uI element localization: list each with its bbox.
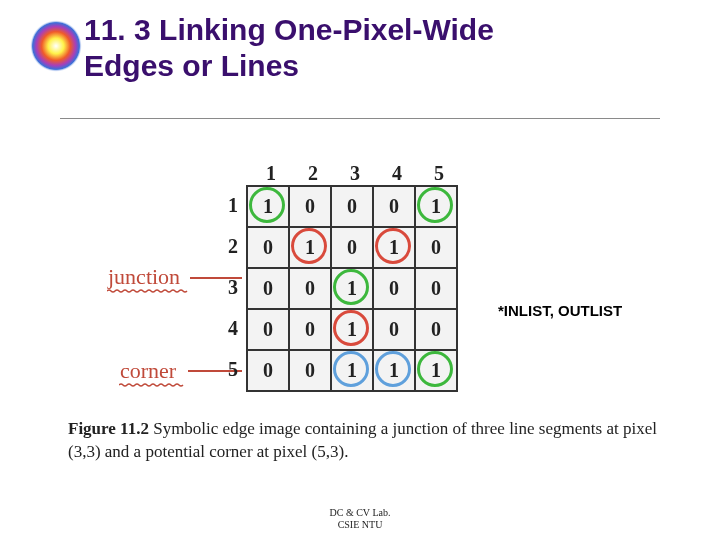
green-circle-marker: [417, 351, 453, 387]
red-circle-marker: [375, 228, 411, 264]
grid-cell: 1: [331, 268, 373, 309]
row-header: 3: [212, 267, 246, 308]
column-headers: 12345: [250, 162, 472, 185]
junction-underline: [107, 289, 189, 293]
slide-title: 11. 3 Linking One-Pixel-Wide Edges or Li…: [84, 12, 494, 84]
col-header: 4: [376, 162, 418, 185]
grid-cell: 0: [247, 227, 289, 268]
grid-cell: 0: [415, 227, 457, 268]
footer-line-2: CSIE NTU: [0, 519, 720, 531]
grid-cell: 1: [331, 350, 373, 391]
grid-cell: 1: [289, 227, 331, 268]
slide-footer: DC & CV Lab. CSIE NTU: [0, 507, 720, 530]
caption-prefix: Figure 11.2: [68, 419, 149, 438]
red-circle-marker: [333, 310, 369, 346]
grid-cell: 0: [331, 227, 373, 268]
svg-point-0: [30, 20, 82, 72]
inlist-outlist-note: *INLIST, OUTLIST: [498, 302, 622, 319]
figure-caption: Figure 11.2 Symbolic edge image containi…: [68, 418, 658, 464]
row-headers: 12345: [212, 185, 246, 392]
row-header: 5: [212, 349, 246, 390]
green-circle-marker: [333, 269, 369, 305]
grid-cell: 0: [373, 268, 415, 309]
green-circle-marker: [249, 187, 285, 223]
red-circle-marker: [291, 228, 327, 264]
col-header: 1: [250, 162, 292, 185]
footer-line-1: DC & CV Lab.: [0, 507, 720, 519]
row-header: 1: [212, 185, 246, 226]
grid-figure: 12345 12345 1000101010001000010000111: [212, 162, 472, 392]
junction-label: junction: [108, 264, 180, 290]
title-divider: [60, 118, 660, 119]
grid-cell: 1: [415, 350, 457, 391]
corner-underline: [119, 383, 185, 387]
grid-cell: 0: [289, 268, 331, 309]
blue-circle-marker: [375, 351, 411, 387]
grid-cell: 1: [331, 309, 373, 350]
grid-cell: 0: [373, 309, 415, 350]
grid-cell: 0: [289, 350, 331, 391]
grid-cell: 0: [289, 309, 331, 350]
grid-cell: 0: [247, 309, 289, 350]
grid-cell: 1: [247, 186, 289, 227]
grid-cell: 0: [247, 350, 289, 391]
grid-cell: 0: [373, 186, 415, 227]
grid-cell: 0: [415, 268, 457, 309]
pixel-grid: 1000101010001000010000111: [246, 185, 458, 392]
grid-cell: 1: [373, 350, 415, 391]
col-header: 2: [292, 162, 334, 185]
title-line-1: 11. 3 Linking One-Pixel-Wide: [84, 12, 494, 48]
blue-circle-marker: [333, 351, 369, 387]
green-circle-marker: [417, 187, 453, 223]
col-header: 3: [334, 162, 376, 185]
slide-logo: [28, 18, 84, 74]
grid-cell: 1: [415, 186, 457, 227]
caption-text: Symbolic edge image containing a junctio…: [68, 419, 657, 461]
grid-cell: 0: [247, 268, 289, 309]
grid-cell: 1: [373, 227, 415, 268]
grid-cell: 0: [331, 186, 373, 227]
corner-label: corner: [120, 358, 176, 384]
row-header: 2: [212, 226, 246, 267]
grid-cell: 0: [415, 309, 457, 350]
col-header: 5: [418, 162, 460, 185]
grid-cell: 0: [289, 186, 331, 227]
title-line-2: Edges or Lines: [84, 48, 494, 84]
row-header: 4: [212, 308, 246, 349]
